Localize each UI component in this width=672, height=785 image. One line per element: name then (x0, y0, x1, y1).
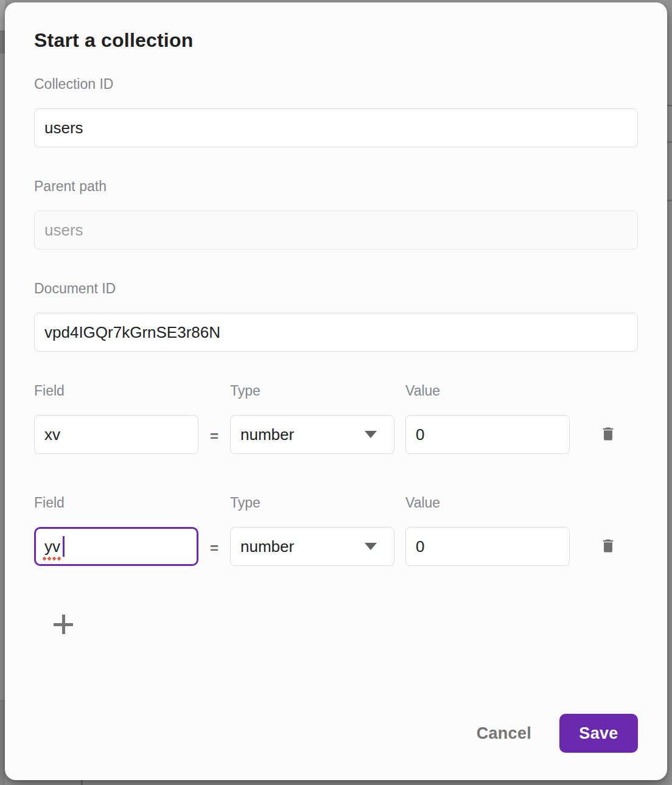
backdrop-remnant (667, 200, 672, 201)
collection-id-label: Collection ID (34, 77, 638, 91)
document-id-input[interactable] (34, 313, 638, 352)
document-id-label: Document ID (34, 281, 638, 296)
parent-path-input (34, 211, 638, 249)
field-value-input[interactable] (405, 527, 570, 566)
type-select-value: number (240, 537, 294, 556)
backdrop-remnant (81, 780, 83, 785)
backdrop-remnant (667, 105, 672, 106)
collection-id-input[interactable] (34, 108, 638, 147)
start-collection-dialog: Start a collection Collection ID Parent … (5, 2, 667, 780)
field-label: Field (34, 495, 198, 510)
equals-sign: = (198, 424, 230, 445)
type-label: Type (230, 495, 394, 510)
field-row: = number (34, 415, 638, 454)
trash-icon (600, 425, 617, 445)
save-button[interactable]: Save (559, 714, 638, 753)
dialog-title: Start a collection (34, 29, 638, 52)
field-name-input[interactable] (34, 415, 198, 454)
caret-down-icon (365, 431, 377, 438)
text-cursor (63, 536, 65, 557)
type-label: Type (230, 383, 394, 398)
delete-field-button[interactable] (596, 422, 620, 447)
dialog-actions: Cancel Save (477, 714, 638, 753)
field-row-labels: Field Type Value (34, 383, 638, 398)
value-label: Value (405, 383, 570, 398)
backdrop-remnant (0, 700, 5, 785)
cancel-button[interactable]: Cancel (477, 724, 531, 743)
backdrop-remnant (0, 30, 5, 54)
add-field-button[interactable] (47, 609, 79, 640)
field-label: Field (34, 383, 198, 398)
parent-path-label: Parent path (34, 179, 638, 194)
backdrop-remnant (0, 0, 5, 30)
delete-field-button[interactable] (596, 534, 620, 559)
field-row: = number (34, 527, 638, 566)
equals-sign: = (198, 536, 230, 557)
plus-icon (47, 609, 79, 640)
backdrop-remnant (667, 141, 672, 143)
field-value-input[interactable] (405, 415, 570, 454)
type-select-value: number (240, 425, 294, 444)
type-select[interactable]: number (230, 527, 394, 566)
value-label: Value (405, 495, 570, 510)
trash-icon (600, 537, 617, 557)
field-row-labels: Field Type Value (34, 495, 638, 510)
type-select[interactable]: number (230, 415, 394, 454)
caret-down-icon (365, 543, 377, 550)
spellcheck-underline (43, 557, 62, 560)
